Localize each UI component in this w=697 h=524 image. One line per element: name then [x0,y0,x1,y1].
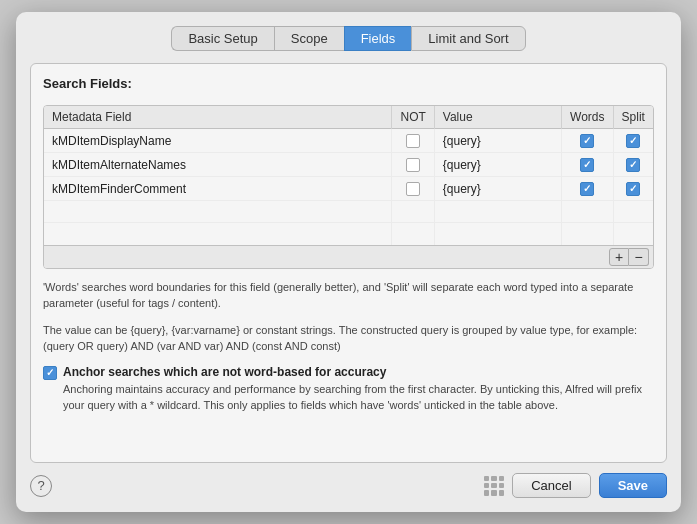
field-name: kMDItemFinderComment [44,177,392,201]
value-cell-0: {query} [434,129,561,153]
words-checkbox-2[interactable] [580,182,594,196]
table-row: kMDItemDisplayName {query} [44,129,653,153]
save-button[interactable]: Save [599,473,667,498]
add-row-button[interactable]: + [609,248,629,266]
not-checkbox-cell [392,177,434,201]
not-checkbox-0[interactable] [406,134,420,148]
tab-bar: Basic Setup Scope Fields Limit and Sort [30,26,667,51]
anchor-sublabel: Anchoring maintains accuracy and perform… [63,381,654,414]
field-name: kMDItemAlternateNames [44,153,392,177]
table-header-row: Metadata Field NOT Value Words Split [44,106,653,129]
split-checkbox-cell-0 [613,129,653,153]
tab-limit-sort[interactable]: Limit and Sort [411,26,525,51]
words-checkbox-1[interactable] [580,158,594,172]
table-row-empty [44,223,653,245]
not-checkbox-1[interactable] [406,158,420,172]
info-text-1: 'Words' searches word boundaries for thi… [43,279,654,312]
anchor-checkbox-row: Anchor searches which are not word-based… [43,365,654,414]
help-button[interactable]: ? [30,475,52,497]
field-name: kMDItemDisplayName [44,129,392,153]
tab-scope[interactable]: Scope [274,26,344,51]
search-fields-table-container: Metadata Field NOT Value Words Split kMD… [43,105,654,269]
bottom-bar: ? Cancel Save [30,473,667,498]
remove-row-button[interactable]: − [629,248,649,266]
table-footer: + − [44,245,653,268]
section-label: Search Fields: [43,76,654,91]
col-value: Value [434,106,561,129]
cancel-button[interactable]: Cancel [512,473,590,498]
words-checkbox-0[interactable] [580,134,594,148]
table-row: kMDItemAlternateNames {query} [44,153,653,177]
col-not: NOT [392,106,434,129]
split-checkbox-cell-1 [613,153,653,177]
split-checkbox-cell-2 [613,177,653,201]
not-checkbox-2[interactable] [406,182,420,196]
split-checkbox-0[interactable] [626,134,640,148]
value-cell-2: {query} [434,177,561,201]
split-checkbox-1[interactable] [626,158,640,172]
words-checkbox-cell-1 [562,153,613,177]
anchor-label: Anchor searches which are not word-based… [63,365,654,379]
tab-basic-setup[interactable]: Basic Setup [171,26,273,51]
split-checkbox-2[interactable] [626,182,640,196]
value-cell-1: {query} [434,153,561,177]
table-row-empty [44,201,653,223]
info-text-2: The value can be {query}, {var:varname} … [43,322,654,355]
not-checkbox-cell [392,153,434,177]
col-words: Words [562,106,613,129]
content-area: Search Fields: Metadata Field NOT Value … [30,63,667,463]
col-metadata-field: Metadata Field [44,106,392,129]
not-checkbox-cell [392,129,434,153]
words-checkbox-cell-0 [562,129,613,153]
grid-icon[interactable] [484,476,504,496]
tab-fields[interactable]: Fields [344,26,412,51]
anchor-checkbox[interactable] [43,366,57,380]
table-row: kMDItemFinderComment {query} [44,177,653,201]
words-checkbox-cell-2 [562,177,613,201]
search-fields-table: Metadata Field NOT Value Words Split kMD… [44,106,653,245]
window: Basic Setup Scope Fields Limit and Sort … [16,12,681,512]
col-split: Split [613,106,653,129]
